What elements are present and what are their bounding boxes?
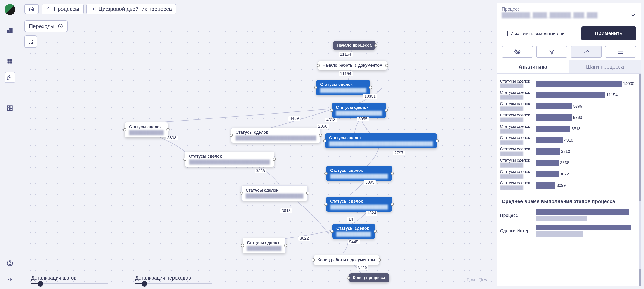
stacked-row-label: Сделки Интерне... [500, 228, 536, 233]
svg-rect-15 [31, 10, 32, 11]
breadcrumb-home-button[interactable] [24, 4, 39, 14]
svg-point-8 [10, 78, 10, 78]
exclude-weekends-label: Исключить выходные дни [510, 31, 564, 36]
edge-label: 11154 [338, 72, 353, 76]
bar-row: Статусы сделок████████11154 [500, 89, 634, 101]
hide-button[interactable] [502, 46, 533, 58]
exclude-weekends-checkbox[interactable]: Исключить выходные дни [502, 30, 578, 36]
svg-rect-10 [10, 106, 12, 108]
process-select[interactable]: ████████_████_██████_███_███ [502, 12, 636, 20]
panel-scrollbar[interactable] [639, 74, 641, 286]
edge-label: 14 [347, 217, 354, 222]
svg-rect-5 [8, 61, 10, 63]
nav-user-icon[interactable] [4, 258, 15, 269]
node-deal-left-2[interactable]: Статусы сделок █████████████████████████… [185, 152, 274, 167]
svg-rect-6 [10, 61, 12, 63]
stacked-row-label: Процесс [500, 213, 536, 218]
breadcrumb-processes-label: Процессы [54, 6, 79, 12]
node-process-start[interactable]: Начало процесса [333, 41, 376, 50]
svg-rect-9 [8, 106, 10, 108]
node-doc-start[interactable]: Начало работы с документом [318, 60, 387, 70]
nav-analytics-icon[interactable] [4, 25, 15, 36]
chart-button[interactable] [570, 46, 602, 58]
process-select-label: Процесс [502, 6, 636, 12]
edge-label: 5445 [357, 265, 368, 270]
steps-detail-slider-label: Детализация шагов [31, 275, 108, 281]
edge-label: 3615 [280, 208, 292, 213]
svg-rect-0 [8, 30, 9, 32]
transitions-detail-slider-label: Детализация переходов [135, 275, 212, 281]
svg-point-16 [93, 8, 94, 10]
edge-label: 3095 [364, 180, 376, 185]
svg-point-7 [8, 79, 8, 80]
bar-row: Статусы сделок████████5799 [500, 101, 634, 112]
tab-steps[interactable]: Шаги процесса [569, 60, 641, 74]
bar-row: Статусы сделок████████3099 [500, 180, 634, 191]
edge-label: 3055 [357, 117, 369, 122]
edge-label: 3808 [166, 136, 178, 140]
bar-row: Статусы сделок████████5518 [500, 123, 634, 134]
node-deal-6w[interactable]: Статусы сделок ████████████████████ [242, 186, 308, 201]
edge-label: 2858 [317, 124, 329, 129]
node-deal-9w[interactable]: Статусы сделок ████████████ [242, 238, 286, 253]
app-logo-icon [4, 4, 15, 15]
node-deal-left-1[interactable]: Статусы сделок ████████████ [125, 122, 168, 138]
node-deal-7[interactable]: Статусы сделок ████████████████████ [326, 197, 392, 212]
edge-label: 4318 [325, 118, 337, 122]
filter-button[interactable] [536, 46, 567, 58]
bar-row: Статусы сделок████████5763 [500, 112, 634, 123]
node-process-end[interactable]: Конец процесса [349, 273, 390, 282]
detail-sliders: Детализация шагов Детализация переходов [31, 275, 212, 284]
react-flow-attribution: React Flow [467, 278, 487, 282]
svg-rect-4 [10, 59, 12, 61]
svg-rect-11 [8, 108, 10, 110]
bar-row: Статусы сделок████████4318 [500, 134, 634, 146]
node-doc-end[interactable]: Конец работы с документом [313, 255, 379, 265]
edge-label: 3368 [254, 169, 266, 174]
edge-label: 3622 [298, 236, 310, 241]
svg-rect-2 [11, 28, 12, 32]
right-analytics-panel: Процесс ████████_████_██████_███_███ Иск… [496, 3, 641, 286]
edge-label: 10351 [363, 94, 377, 99]
tab-analytics[interactable]: Аналитика [497, 60, 569, 74]
transitions-label: Переходы [29, 23, 54, 30]
bar-row: Статусы сделок████████3813 [500, 146, 634, 157]
avg-time-chart-title: Среднее время выполнения этапов процесса [497, 195, 641, 208]
svg-rect-12 [10, 109, 12, 110]
svg-point-14 [9, 262, 11, 263]
breadcrumb-digital-twin-button[interactable]: Цифровой двойник процесса [86, 4, 176, 14]
edge-label: 11154 [338, 52, 353, 57]
svg-rect-3 [8, 59, 10, 61]
svg-point-17 [58, 24, 62, 28]
flow-canvas[interactable]: Переходы [22, 18, 492, 287]
fullscreen-button[interactable] [24, 35, 37, 48]
transitions-dropdown-button[interactable]: Переходы [24, 20, 68, 32]
apply-button[interactable]: Применить [582, 26, 636, 40]
node-deal-5[interactable]: Статусы сделок ████████████████████ [326, 166, 392, 181]
nav-process-icon[interactable] [4, 72, 15, 83]
nav-tables-icon[interactable] [4, 56, 15, 66]
breadcrumb-processes-button[interactable]: Процессы [42, 4, 84, 14]
node-deal-2[interactable]: Статусы сделок ████████████████ [332, 103, 386, 118]
edge-label: 1324 [366, 211, 378, 216]
list-button[interactable] [605, 46, 636, 58]
edge-label: 2797 [393, 150, 405, 155]
bar-row: Статусы сделок████████14000 [500, 78, 634, 89]
node-deal-8[interactable]: Статусы сделок ████████████ [332, 224, 375, 239]
left-nav-rail [0, 0, 20, 289]
steps-bar-chart: Статусы сделок████████14000Статусы сдело… [497, 74, 641, 195]
nav-collapse-icon[interactable] [4, 274, 15, 285]
bar-row: Статусы сделок████████3622 [500, 168, 634, 180]
edge-label: 4469 [288, 116, 300, 121]
node-deal-4-wide[interactable]: Статусы сделок █████████████████████████… [325, 134, 437, 148]
node-deal-1[interactable]: Статусы сделок ████████████████ [316, 80, 370, 95]
chevron-down-icon [630, 12, 636, 18]
breadcrumb-digital-twin-label: Цифровой двойник процесса [98, 6, 172, 12]
svg-rect-1 [10, 29, 10, 32]
steps-detail-slider[interactable] [31, 283, 108, 284]
bar-row: Статусы сделок████████3666 [500, 157, 634, 168]
edge-label: 5445 [348, 240, 360, 244]
transitions-detail-slider[interactable] [135, 283, 212, 284]
node-deal-3w[interactable]: Статусы сделок █████████████████████████… [231, 128, 320, 143]
nav-dashboard-icon[interactable] [4, 103, 15, 114]
